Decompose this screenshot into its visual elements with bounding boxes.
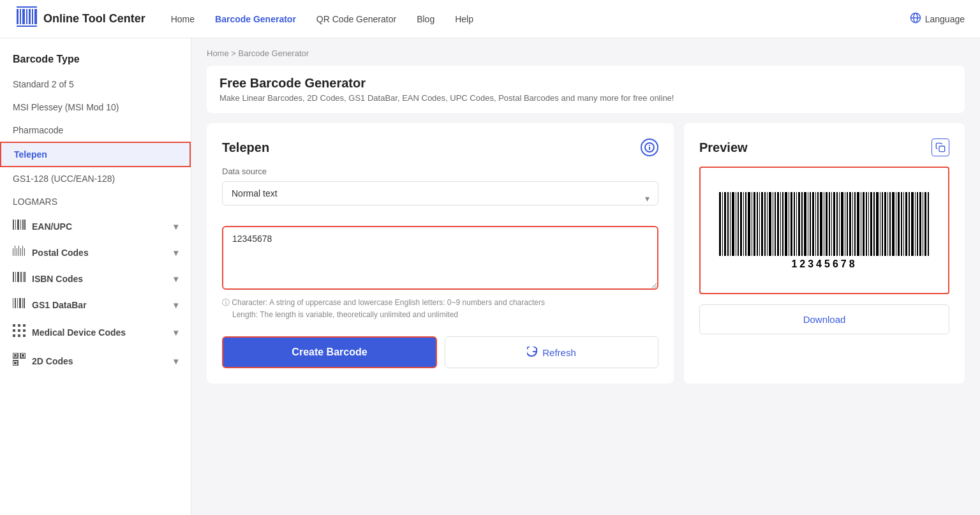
- sidebar: Barcode Type Standard 2 of 5 MSI Plessey…: [0, 38, 191, 515]
- form-panel: Telepen Data source Normal text Hex: [207, 123, 674, 384]
- sidebar-section-gs1databar[interactable]: GS1 DataBar ▾: [0, 292, 191, 318]
- breadcrumb: Home > Barcode Generator: [207, 49, 965, 58]
- svg-rect-13: [15, 220, 16, 230]
- download-button[interactable]: Download: [699, 304, 949, 334]
- sidebar-section-postal[interactable]: Postal Codes ▾: [0, 239, 191, 265]
- svg-rect-111: [866, 192, 867, 256]
- content-area: Telepen Data source Normal text Hex: [207, 123, 965, 384]
- chevron-down-icon-6: ▾: [174, 356, 178, 366]
- svg-rect-93: [817, 192, 819, 256]
- postal-icon: [13, 246, 26, 259]
- svg-rect-117: [882, 192, 883, 256]
- sidebar-item-pharmacode[interactable]: Pharmacode: [0, 119, 191, 142]
- nav-home[interactable]: Home: [171, 14, 195, 24]
- breadcrumb-separator: >: [231, 49, 236, 58]
- nav-blog[interactable]: Blog: [417, 14, 434, 24]
- svg-rect-31: [13, 298, 13, 308]
- globe-icon: [910, 12, 921, 26]
- svg-rect-18: [13, 248, 13, 256]
- sidebar-section-isbn-label: ISBN Codes: [32, 274, 83, 284]
- svg-rect-84: [794, 192, 795, 256]
- svg-rect-95: [824, 192, 824, 256]
- svg-rect-19: [15, 246, 15, 256]
- svg-rect-49: [22, 354, 24, 357]
- sidebar-item-logmars[interactable]: LOGMARS: [0, 190, 191, 213]
- svg-rect-1: [20, 9, 21, 24]
- svg-rect-24: [24, 248, 25, 256]
- sidebar-item-telepen[interactable]: Telepen: [0, 142, 191, 167]
- svg-rect-81: [785, 192, 787, 256]
- copy-icon[interactable]: [932, 138, 949, 156]
- barcode-input[interactable]: 12345678: [222, 226, 658, 290]
- svg-rect-132: [923, 192, 923, 256]
- sidebar-title: Barcode Type: [0, 49, 191, 73]
- sidebar-section-2d[interactable]: 2D Codes ▾: [0, 347, 191, 375]
- data-source-select[interactable]: Normal text Hex: [222, 181, 658, 205]
- svg-rect-6: [34, 9, 37, 24]
- svg-rect-131: [919, 192, 921, 256]
- hint-icon: ⓘ: [222, 298, 230, 307]
- svg-rect-63: [738, 192, 739, 256]
- svg-rect-89: [808, 192, 808, 256]
- language-button[interactable]: Language: [910, 12, 965, 26]
- svg-rect-118: [884, 192, 886, 256]
- svg-rect-60: [730, 192, 731, 256]
- svg-rect-109: [861, 192, 861, 256]
- svg-rect-126: [905, 192, 907, 256]
- sidebar-section-medical[interactable]: Medical Device Codes ▾: [0, 318, 191, 347]
- nav-help[interactable]: Help: [455, 14, 473, 24]
- svg-rect-79: [780, 192, 781, 256]
- svg-rect-69: [754, 192, 755, 256]
- svg-rect-101: [839, 192, 840, 256]
- svg-rect-42: [23, 329, 26, 332]
- svg-rect-4: [29, 9, 31, 24]
- svg-rect-65: [743, 192, 744, 256]
- isbn-icon: [13, 272, 26, 285]
- form-section-title: Telepen: [222, 138, 658, 156]
- chevron-down-icon-3: ▾: [174, 274, 178, 284]
- refresh-button[interactable]: Refresh: [445, 336, 658, 368]
- svg-rect-54: [649, 147, 650, 150]
- sidebar-section-ean-upc[interactable]: EAN/UPC ▾: [0, 213, 191, 239]
- create-barcode-button[interactable]: Create Barcode: [222, 336, 437, 368]
- svg-rect-56: [719, 192, 721, 256]
- info-icon[interactable]: [641, 138, 658, 156]
- 2d-codes-icon: [13, 353, 26, 369]
- sidebar-section-ean-upc-label: EAN/UPC: [32, 221, 72, 232]
- nav-barcode-generator[interactable]: Barcode Generator: [215, 14, 296, 24]
- svg-rect-55: [939, 146, 945, 152]
- page-subtitle: Make Linear Barcodes, 2D Codes, GS1 Data…: [219, 93, 952, 103]
- svg-rect-97: [829, 192, 830, 256]
- preview-title: Preview: [699, 138, 949, 156]
- svg-rect-83: [791, 192, 792, 256]
- sidebar-section-2d-label: 2D Codes: [32, 356, 73, 366]
- breadcrumb-home[interactable]: Home: [207, 49, 229, 58]
- svg-rect-91: [812, 192, 814, 256]
- svg-rect-15: [20, 220, 21, 230]
- svg-rect-2: [22, 9, 25, 24]
- sidebar-item-msi[interactable]: MSI Plessey (MSI Mod 10): [0, 96, 191, 119]
- svg-rect-129: [915, 192, 916, 256]
- svg-rect-77: [775, 192, 776, 256]
- svg-rect-73: [764, 192, 766, 256]
- svg-rect-62: [736, 192, 736, 256]
- svg-rect-40: [13, 329, 15, 332]
- svg-rect-33: [17, 298, 18, 308]
- page-title-area: Free Barcode Generator Make Linear Barco…: [207, 66, 965, 113]
- svg-rect-130: [917, 192, 918, 256]
- header: Online Tool Center Home Barcode Generato…: [0, 0, 980, 38]
- nav-qr-code[interactable]: QR Code Generator: [316, 14, 396, 24]
- svg-rect-75: [769, 192, 771, 256]
- refresh-icon: [527, 347, 537, 359]
- sidebar-section-isbn[interactable]: ISBN Codes ▾: [0, 265, 191, 292]
- chevron-down-icon-5: ▾: [174, 327, 178, 338]
- svg-rect-119: [887, 192, 888, 256]
- sidebar-item-standard2of5[interactable]: Standard 2 of 5: [0, 73, 191, 96]
- svg-rect-39: [23, 324, 26, 327]
- svg-rect-45: [23, 334, 26, 337]
- logo[interactable]: Online Tool Center: [15, 5, 145, 33]
- svg-rect-58: [724, 192, 726, 256]
- svg-rect-14: [17, 220, 19, 230]
- svg-rect-57: [722, 192, 723, 256]
- sidebar-item-gs1128[interactable]: GS1-128 (UCC/EAN-128): [0, 167, 191, 190]
